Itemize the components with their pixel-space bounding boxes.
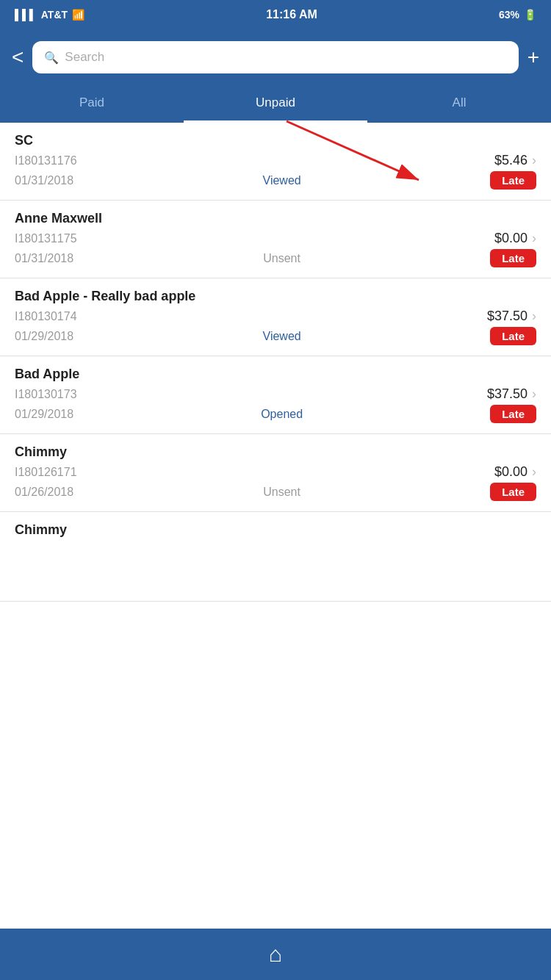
invoice-name: Chimmy [15,444,536,460]
late-badge: Late [490,249,536,267]
invoice-name: Bad Apple [15,367,536,382]
chevron-icon: › [532,231,536,246]
invoice-status-row: 01/31/2018 Unsent Late [15,249,536,267]
invoice-status-row: 01/31/2018 Viewed Late [15,171,536,190]
nav-bar: < 🔍 Search + [0,29,551,85]
invoice-amount: $37.50 › [487,309,536,324]
invoice-status-row: 01/29/2018 Viewed Late [15,327,536,345]
late-badge: Late [490,405,536,423]
search-input[interactable]: Search [65,50,506,65]
chevron-icon: › [532,386,536,402]
battery-icon: 🔋 [524,9,536,21]
add-button[interactable]: + [527,46,539,69]
invoice-amount: $0.00 › [494,231,536,246]
invoice-id: I180130174 [15,310,77,323]
invoice-id: I180126171 [15,466,77,479]
late-badge: Late [490,483,536,501]
invoice-date: 01/31/2018 [15,174,73,187]
signal-icon: ▌▌▌ [15,9,37,21]
invoice-id: I180131175 [15,232,77,245]
invoice-status-label: Viewed [263,174,301,187]
invoice-status-label: Unsent [263,486,300,499]
invoice-name: Chimmy [15,522,536,538]
home-icon[interactable]: ⌂ [269,942,282,967]
search-icon: 🔍 [44,51,59,65]
invoice-id-amount-row: I180130174 $37.50 › [15,309,536,324]
invoice-status-row: 01/29/2018 Opened Late [15,405,536,423]
status-time: 11:16 AM [266,8,317,21]
chevron-icon: › [532,153,536,168]
invoice-id-amount-row: I180130173 $37.50 › [15,386,536,402]
carrier-label: AT&T [41,9,68,21]
invoice-item[interactable]: Anne Maxwell I180131175 $0.00 › 01/31/20… [0,201,551,278]
late-badge: Late [490,171,536,190]
invoice-id-amount-row: I180126171 $0.00 › [15,464,536,480]
tab-all[interactable]: All [367,85,551,123]
invoice-amount: $5.46 › [494,153,536,168]
late-badge: Late [490,327,536,345]
invoice-name: Anne Maxwell [15,211,536,226]
invoice-date: 01/31/2018 [15,252,73,265]
invoice-id-amount-row: I180131176 $5.46 › [15,153,536,168]
invoice-amount: $0.00 › [494,464,536,480]
invoice-id: I180130173 [15,388,77,401]
search-box[interactable]: 🔍 Search [32,41,518,73]
invoice-status-label: Opened [261,408,303,421]
battery-label: 63% [499,9,519,21]
tab-paid[interactable]: Paid [0,85,184,123]
invoice-list: SC I180131176 $5.46 › 01/31/2018 Viewed … [0,123,551,602]
invoice-item[interactable]: SC I180131176 $5.46 › 01/31/2018 Viewed … [0,123,551,201]
invoice-amount: $37.50 › [487,386,536,402]
invoice-status-label: Unsent [263,252,300,265]
invoice-status-label: Viewed [263,330,301,343]
invoice-status-row: 01/26/2018 Unsent Late [15,483,536,501]
chevron-icon: › [532,464,536,480]
invoice-name: Bad Apple - Really bad apple [15,289,536,304]
chevron-icon: › [532,309,536,324]
invoice-date: 01/26/2018 [15,486,73,499]
invoice-item[interactable]: Bad Apple - Really bad apple I180130174 … [0,278,551,356]
invoice-item[interactable]: Chimmy [0,512,551,602]
invoice-item[interactable]: Chimmy I180126171 $0.00 › 01/26/2018 Uns… [0,434,551,512]
bottom-bar: ⌂ [0,929,551,980]
status-left: ▌▌▌ AT&T 📶 [15,9,84,21]
tab-unpaid[interactable]: Unpaid [184,85,367,123]
status-right: 63% 🔋 [499,9,536,21]
tabs-bar: Paid Unpaid All [0,85,551,123]
invoice-id: I180131176 [15,154,77,167]
invoice-id-amount-row: I180131175 $0.00 › [15,231,536,246]
invoice-item[interactable]: Bad Apple I180130173 $37.50 › 01/29/2018… [0,356,551,434]
invoice-date: 01/29/2018 [15,330,73,343]
wifi-icon: 📶 [72,9,84,21]
status-bar: ▌▌▌ AT&T 📶 11:16 AM 63% 🔋 [0,0,551,29]
back-button[interactable]: < [12,46,24,69]
invoice-name: SC [15,133,536,148]
invoice-date: 01/29/2018 [15,408,73,421]
